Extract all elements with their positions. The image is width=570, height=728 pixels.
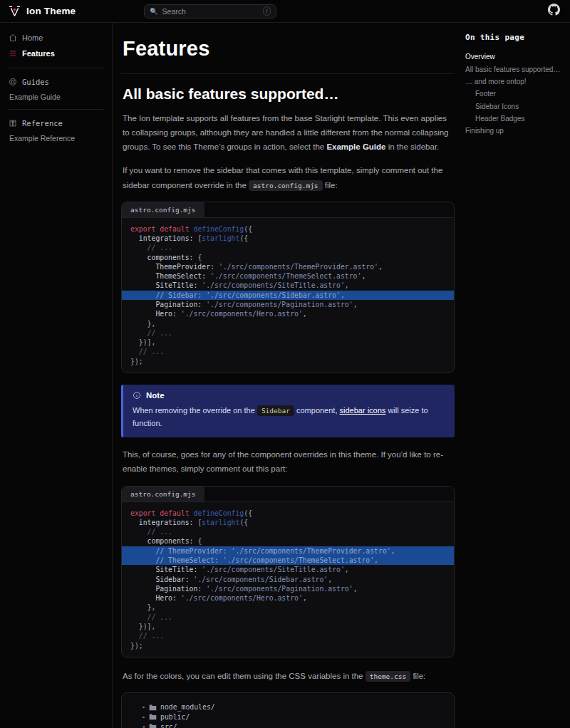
paragraph: The Ion template supports all features f… bbox=[123, 111, 453, 154]
lifebuoy-icon bbox=[9, 78, 17, 86]
tree-folder-label: node_modules/ bbox=[160, 703, 215, 711]
code-line: Pagination: './src/components/Pagination… bbox=[122, 584, 454, 593]
note-title: Note bbox=[146, 391, 165, 400]
sidebar-item-example-reference[interactable]: Example Reference bbox=[9, 130, 103, 144]
code-token: export default bbox=[130, 509, 193, 517]
code-token: starlight bbox=[202, 519, 239, 526]
code-token: , bbox=[345, 281, 349, 289]
code-token: , bbox=[303, 594, 307, 602]
info-icon bbox=[133, 391, 141, 400]
tree-folder-label: public/ bbox=[160, 713, 190, 721]
search-input[interactable] bbox=[162, 7, 259, 16]
code-line: SiteTitle: './src/components/SiteTitle.a… bbox=[122, 281, 454, 290]
code-line: }, bbox=[122, 319, 454, 328]
toc-link[interactable]: Header Badges bbox=[465, 113, 563, 125]
code-line: Hero: './src/components/Hero.astro', bbox=[122, 593, 454, 603]
code-token: './src/components/ThemeProvider.astro' bbox=[219, 263, 378, 271]
tree-folder-row[interactable]: ▸public/ bbox=[130, 712, 445, 722]
code-token: // ... bbox=[130, 329, 172, 337]
code-line: components: { bbox=[122, 253, 454, 262]
inline-code: Sidebar bbox=[257, 405, 294, 416]
code-token: { bbox=[197, 537, 202, 545]
book-icon bbox=[9, 119, 17, 128]
tree-folder-row[interactable]: ▾src/ bbox=[130, 722, 445, 728]
toc-link[interactable]: … and more ontop! bbox=[465, 76, 563, 88]
sidebar-item-home[interactable]: Home bbox=[9, 30, 103, 46]
code-token: Pagination: bbox=[130, 301, 206, 308]
sidebar-group-reference[interactable]: Reference bbox=[9, 116, 103, 130]
folder-icon bbox=[149, 713, 157, 720]
page-title: Features bbox=[123, 37, 455, 61]
code-token: components: bbox=[130, 537, 197, 545]
code-token: './src/components/Pagination.astro' bbox=[206, 585, 353, 593]
code-token: })], bbox=[130, 623, 155, 630]
code-token: }, bbox=[130, 320, 155, 328]
code-token: }, bbox=[130, 603, 155, 611]
code-line: })], bbox=[122, 622, 454, 631]
sidebar-item-example-guide[interactable]: Example Guide bbox=[9, 89, 103, 103]
site-title: Ion Theme bbox=[26, 6, 76, 16]
code-block-2: astro.config.mjs export default defineCo… bbox=[121, 486, 455, 657]
code-token: , bbox=[353, 301, 358, 308]
bold-text: Example Guide bbox=[326, 142, 385, 151]
code-line: export default defineConfig({ bbox=[122, 224, 454, 234]
toc-link[interactable]: Footer bbox=[465, 88, 563, 100]
code-line: integrations: [starlight({ bbox=[122, 518, 454, 527]
code-token: integrations: bbox=[130, 519, 197, 526]
code-block-body: export default defineConfig({ integratio… bbox=[122, 218, 454, 373]
search-bar[interactable]: 🔍 / bbox=[144, 4, 276, 19]
code-token: ({ bbox=[244, 509, 252, 517]
code-token: { bbox=[197, 254, 202, 261]
sidebar-group-guides[interactable]: Guides bbox=[9, 75, 103, 89]
note-body: When removing the override on the Sideba… bbox=[133, 405, 445, 430]
code-line-highlighted: // ThemeProvider: './src/components/Them… bbox=[122, 546, 454, 556]
sidebar-item-features[interactable]: Features bbox=[9, 46, 103, 61]
code-block-filename: astro.config.mjs bbox=[122, 487, 204, 501]
github-link[interactable] bbox=[548, 4, 560, 19]
code-token: Hero: bbox=[130, 594, 181, 602]
tree-folder-label: src/ bbox=[160, 723, 177, 728]
paragraph: If you want to remove the sidebar that c… bbox=[123, 163, 453, 192]
tree-folder-row[interactable]: ▸node_modules/ bbox=[130, 702, 445, 712]
note-callout: Note When removing the override on the S… bbox=[121, 385, 455, 437]
github-icon bbox=[548, 4, 560, 16]
site-logo[interactable]: Ion Theme bbox=[9, 6, 76, 16]
paragraph: As for the colors, you can edit them usi… bbox=[123, 669, 453, 683]
code-token: // Sidebar: './src/components/Sidebar.as… bbox=[130, 291, 345, 299]
code-token: , bbox=[303, 310, 307, 318]
section-divider bbox=[121, 73, 455, 74]
inline-link[interactable]: sidebar icons bbox=[340, 406, 386, 415]
section-heading: All basic features supported… bbox=[123, 85, 455, 103]
inline-code: astro.config.mjs bbox=[249, 180, 323, 191]
code-token: starlight bbox=[202, 234, 239, 242]
toc-link[interactable]: All basic features supported… bbox=[465, 63, 563, 75]
code-token: // ... bbox=[130, 244, 172, 251]
code-block-1: astro.config.mjs export default defineCo… bbox=[121, 202, 455, 373]
code-token: , bbox=[361, 272, 366, 280]
code-block-header: astro.config.mjs bbox=[122, 487, 454, 502]
main-content: Features All basic features supported… T… bbox=[113, 23, 462, 728]
code-token: './src/components/SiteTitle.astro' bbox=[202, 566, 345, 573]
sidebar-item-label: Features bbox=[22, 49, 55, 58]
code-token: , bbox=[353, 585, 358, 593]
code-line: ThemeProvider: './src/components/ThemePr… bbox=[122, 262, 454, 271]
code-token: , bbox=[328, 576, 332, 583]
code-line: // ... bbox=[122, 527, 454, 536]
code-line: // ... bbox=[122, 243, 454, 252]
code-line-highlighted: // Sidebar: './src/components/Sidebar.as… bbox=[122, 291, 454, 300]
code-token: './src/components/Sidebar.astro' bbox=[193, 576, 328, 583]
code-token: export default bbox=[130, 225, 193, 233]
code-line: // ... bbox=[122, 631, 454, 640]
home-icon bbox=[9, 33, 17, 42]
code-token: Hero: bbox=[130, 310, 181, 318]
code-line: components: { bbox=[122, 536, 454, 546]
toc-link[interactable]: Overview bbox=[465, 51, 563, 63]
code-token: SiteTitle: bbox=[130, 281, 202, 289]
toc-link[interactable]: Finishing up bbox=[465, 125, 563, 137]
code-token: ({ bbox=[239, 519, 248, 526]
folder-icon bbox=[149, 723, 157, 728]
toc-link[interactable]: Sidebar Icons bbox=[465, 100, 563, 113]
sidebar-divider bbox=[9, 109, 103, 110]
code-line: // ... bbox=[122, 613, 454, 622]
code-line: ThemeSelect: './src/components/ThemeSele… bbox=[122, 271, 454, 281]
